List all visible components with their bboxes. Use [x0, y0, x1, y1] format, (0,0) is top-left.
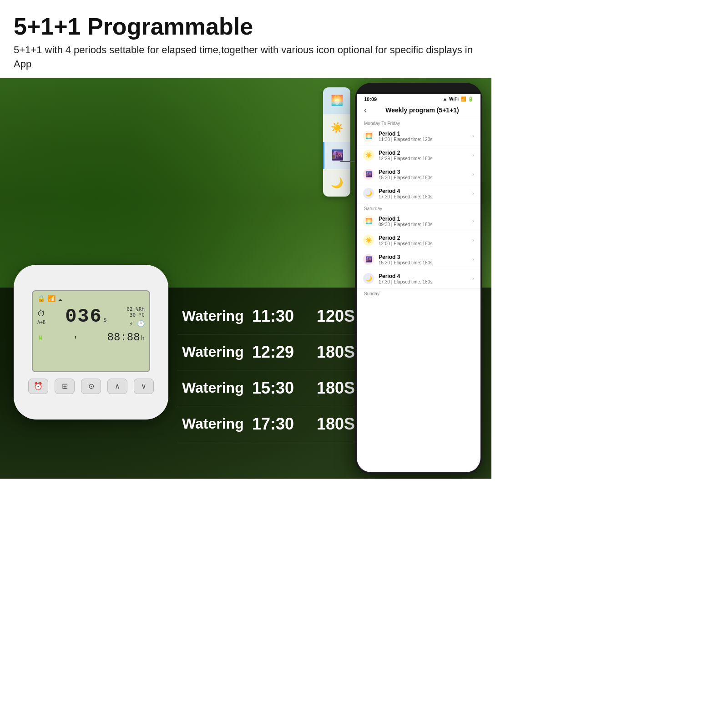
watering-label-1: Watering: [182, 308, 246, 324]
phone-status-bar: 10:09 ▲ WiFi 📶 🔋: [357, 94, 480, 103]
screen-main: ⏱ A+B 036 s 62 %RH 30 °C ⚡ 🕐: [37, 306, 145, 328]
main-area: 🔒 📶 ☁️ ⏱ A+B 036 s: [0, 78, 491, 479]
ab-label: A+B: [37, 320, 46, 325]
period-sat-name-3: Period 3: [379, 254, 472, 260]
unit-s: s: [103, 316, 107, 323]
period-mf-2[interactable]: ☀️ Period 2 12:29 | Elapsed time: 180s ›: [357, 146, 480, 165]
period-sat-name-2: Period 2: [379, 235, 472, 241]
period-name-3: Period 3: [379, 169, 472, 175]
period-sat-info-4: Period 4 17:30 | Elapsed time: 180s: [379, 273, 472, 284]
section-label-sat: Saturday: [357, 203, 480, 212]
period-name-4: Period 4: [379, 188, 472, 194]
btn-grid[interactable]: ⊞: [55, 379, 75, 394]
cloud-icon: ☁️: [58, 295, 62, 302]
chevron-right-icon-1: ›: [472, 133, 474, 139]
time-4: 17:30: [246, 415, 300, 434]
period-mf-3[interactable]: 🌆 Period 3 15:30 | Elapsed time: 180s ›: [357, 165, 480, 184]
schedule-row-1: Watering 11:30 120S: [177, 298, 359, 334]
period-sat-4[interactable]: 🌙 Period 4 17:30 | Elapsed time: 180s ›: [357, 269, 480, 288]
period-name-1: Period 1: [379, 131, 472, 137]
chevron-right-sat-3: ›: [472, 256, 474, 263]
period-sat-1[interactable]: 🌅 Period 1 09:30 | Elapsed time: 180s ›: [357, 212, 480, 231]
period-icon-sun-sat-2: ☀️: [363, 235, 374, 246]
temperature-value: 30 °C: [130, 312, 145, 318]
duration-3: 180S: [300, 379, 355, 398]
wifi-icon: 📶: [48, 295, 56, 302]
icon-strip-sunrise[interactable]: 🌅: [323, 87, 350, 115]
back-button[interactable]: ‹: [364, 106, 367, 115]
signal-icon: ▲: [443, 96, 447, 101]
icon-strip-sunset[interactable]: 🌆: [323, 142, 350, 169]
phone-content: Monday To Friday 🌅 Period 1 11:30 | Elap…: [357, 118, 480, 472]
header-section: 5+1+1 Programmable 5+1+1 with 4 periods …: [0, 0, 491, 78]
btn-down[interactable]: ∨: [134, 379, 154, 394]
schedule-row-4: Watering 17:30 180S: [177, 406, 359, 442]
phone-app-title: Weekly program (5+1+1): [371, 106, 473, 114]
section-label-mf: Monday To Friday: [357, 118, 480, 127]
period-sat-3[interactable]: 🌆 Period 3 15:30 | Elapsed time: 180s ›: [357, 250, 480, 269]
chevron-right-sat-1: ›: [472, 218, 474, 224]
timer-device: 🔒 📶 ☁️ ⏱ A+B 036 s: [14, 265, 168, 420]
battery-icon: 🔋: [37, 334, 44, 340]
phone-screen: 10:09 ▲ WiFi 📶 🔋 ‹ Weekly program (5+1+1…: [357, 94, 480, 472]
chevron-right-icon-4: ›: [472, 190, 474, 197]
icon-strip-sun[interactable]: ☀️: [323, 115, 350, 142]
duration-1: 120S: [300, 307, 355, 326]
period-icon-sunset-3: 🌆: [363, 169, 374, 180]
period-info-4: Period 4 17:30 | Elapsed time: 180s: [379, 188, 472, 199]
status-icons: ▲ WiFi 📶 🔋: [443, 96, 473, 101]
schedule-table: Watering 11:30 120S Watering 12:29 180S …: [177, 298, 359, 442]
screen-bottom: 🔋 ⬆ 88:88 h: [37, 331, 145, 344]
schedule-row-2: Watering 12:29 180S: [177, 334, 359, 370]
period-icon-sun-2: ☀️: [363, 150, 374, 161]
chevron-right-sat-2: ›: [472, 237, 474, 243]
page-title: 5+1+1 Programmable: [14, 14, 478, 40]
period-icon-sunset-sat-3: 🌆: [363, 254, 374, 265]
period-sat-name-4: Period 4: [379, 273, 472, 279]
signal-bars-icon: 📶: [460, 96, 466, 101]
watering-label-4: Watering: [182, 415, 246, 432]
period-icon-moon-sat-4: 🌙: [363, 273, 374, 284]
timer-icon: ⏱: [37, 308, 46, 318]
chevron-right-sat-4: ›: [472, 275, 474, 282]
phone-mockup: 10:09 ▲ WiFi 📶 🔋 ‹ Weekly program (5+1+1…: [355, 83, 482, 474]
battery-status-icon: 🔋: [468, 96, 473, 101]
status-time: 10:09: [364, 96, 377, 102]
period-info-2: Period 2 12:29 | Elapsed time: 180s: [379, 150, 472, 161]
period-mf-1[interactable]: 🌅 Period 1 11:30 | Elapsed time: 120s ›: [357, 127, 480, 146]
period-sat-time-2: 12:00 | Elapsed time: 180s: [379, 241, 472, 246]
period-mf-4[interactable]: 🌙 Period 4 17:30 | Elapsed time: 180s ›: [357, 184, 480, 203]
period-sat-name-1: Period 1: [379, 216, 472, 222]
schedule-row-3: Watering 15:30 180S: [177, 370, 359, 406]
icon-strip: 🌅 ☀️ 🌆 🌙: [323, 87, 350, 197]
period-sat-time-3: 15:30 | Elapsed time: 180s: [379, 260, 472, 265]
watering-label-3: Watering: [182, 379, 246, 396]
screen-right-info: 62 %RH 30 °C ⚡ 🕐: [126, 306, 145, 327]
screen-top-row: 🔒 📶 ☁️: [37, 295, 145, 302]
period-sat-info-1: Period 1 09:30 | Elapsed time: 180s: [379, 216, 472, 227]
period-info-1: Period 1 11:30 | Elapsed time: 120s: [379, 131, 472, 142]
duration-4: 180S: [300, 415, 355, 434]
upload-icon: ⬆: [74, 334, 77, 340]
period-sat-time-4: 17:30 | Elapsed time: 180s: [379, 279, 472, 284]
screen-left-icons: ⏱ A+B: [37, 308, 46, 325]
period-sat-2[interactable]: ☀️ Period 2 12:00 | Elapsed time: 180s ›: [357, 231, 480, 250]
phone-app-header: ‹ Weekly program (5+1+1): [357, 103, 480, 118]
icon-strip-moon[interactable]: 🌙: [323, 169, 350, 197]
period-sat-info-3: Period 3 15:30 | Elapsed time: 180s: [379, 254, 472, 265]
period-time-1: 11:30 | Elapsed time: 120s: [379, 137, 472, 142]
btn-up[interactable]: ∧: [107, 379, 127, 394]
wifi-status-icon: WiFi: [449, 96, 459, 101]
time-1: 11:30: [246, 307, 300, 326]
device-buttons: ⏰ ⊞ ⊙ ∧ ∨: [28, 379, 154, 394]
chevron-right-icon-2: ›: [472, 152, 474, 158]
time-2: 12:29: [246, 343, 300, 362]
period-time-4: 17:30 | Elapsed time: 180s: [379, 194, 472, 199]
btn-timer[interactable]: ⏰: [28, 379, 48, 394]
duration-2: 180S: [300, 343, 355, 362]
section-label-sun: Sunday: [357, 288, 480, 297]
icons-right: ⚡ 🕐: [129, 320, 145, 327]
btn-clock[interactable]: ⊙: [81, 379, 101, 394]
main-number: 036: [65, 306, 102, 328]
period-name-2: Period 2: [379, 150, 472, 156]
